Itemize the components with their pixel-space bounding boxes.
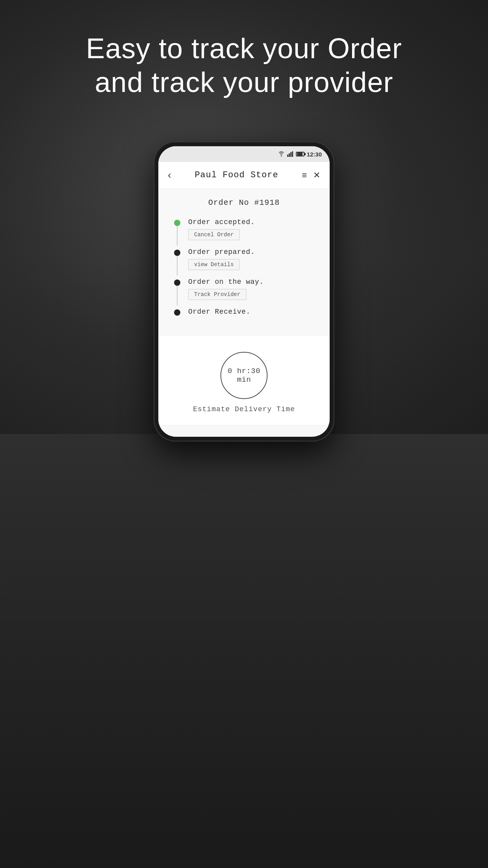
content-accepted: Order accepted. Cancel Order bbox=[188, 218, 319, 248]
timeline-item-on-way: Order on the way. Track Provider bbox=[173, 278, 319, 308]
svg-point-0 bbox=[281, 156, 281, 156]
menu-button[interactable]: ≡ bbox=[302, 170, 307, 180]
dot-col-receive bbox=[173, 308, 181, 316]
label-prepared: Order prepared. bbox=[188, 248, 319, 256]
track-provider-button[interactable]: Track Provider bbox=[188, 289, 246, 300]
label-accepted: Order accepted. bbox=[188, 218, 319, 226]
timeline-item-receive: Order Receive. bbox=[173, 308, 319, 327]
line-2 bbox=[177, 256, 178, 276]
dot-col-accepted bbox=[173, 218, 181, 246]
line-3 bbox=[177, 286, 178, 305]
phone-outer-shell: 12:30 ‹ Paul Food Store ≡ ✕ Order No #19… bbox=[154, 142, 334, 441]
close-button[interactable]: ✕ bbox=[313, 170, 320, 180]
back-button[interactable]: ‹ bbox=[168, 169, 171, 181]
dot-col-prepared bbox=[173, 248, 181, 276]
cancel-order-button[interactable]: Cancel Order bbox=[188, 229, 240, 240]
dot-receive bbox=[174, 309, 180, 316]
phone-inner-screen: 12:30 ‹ Paul Food Store ≡ ✕ Order No #19… bbox=[158, 146, 330, 437]
line-1 bbox=[177, 226, 178, 246]
delivery-label: Estimate Delivery Time bbox=[193, 405, 295, 413]
phone-bottom-bar bbox=[158, 425, 330, 437]
phone-mockup: 12:30 ‹ Paul Food Store ≡ ✕ Order No #19… bbox=[154, 142, 334, 441]
store-title: Paul Food Store bbox=[194, 170, 278, 180]
label-on-way: Order on the way. bbox=[188, 278, 319, 286]
timeline-item-accepted: Order accepted. Cancel Order bbox=[173, 218, 319, 248]
status-time: 12:30 bbox=[307, 151, 322, 158]
svg-rect-3 bbox=[290, 152, 292, 157]
battery-icon bbox=[296, 152, 305, 156]
status-bar: 12:30 bbox=[158, 146, 330, 162]
dot-on-way bbox=[174, 280, 180, 286]
wifi-icon bbox=[278, 151, 285, 157]
timeline-item-prepared: Order prepared. view Details bbox=[173, 248, 319, 278]
svg-rect-4 bbox=[292, 151, 293, 157]
promo-header: Easy to track your Order and track your … bbox=[0, 31, 488, 99]
order-content: Order No #1918 Order accepted. Cancel Or… bbox=[158, 189, 330, 336]
order-timeline: Order accepted. Cancel Order Order prepa… bbox=[169, 218, 319, 327]
delivery-section: 0 hr:30 min Estimate Delivery Time bbox=[158, 336, 330, 425]
dot-prepared bbox=[174, 250, 180, 256]
svg-rect-2 bbox=[289, 153, 290, 157]
view-details-button[interactable]: view Details bbox=[188, 259, 240, 270]
header-line2: and track your provider bbox=[0, 65, 488, 99]
dot-accepted bbox=[174, 220, 180, 226]
app-header: ‹ Paul Food Store ≡ ✕ bbox=[158, 162, 330, 189]
header-action-icons: ≡ ✕ bbox=[302, 170, 320, 180]
status-icons: 12:30 bbox=[278, 151, 322, 158]
label-receive: Order Receive. bbox=[188, 308, 319, 316]
content-receive: Order Receive. bbox=[188, 308, 319, 327]
header-line1: Easy to track your Order bbox=[0, 31, 488, 65]
content-prepared: Order prepared. view Details bbox=[188, 248, 319, 278]
signal-icon bbox=[287, 151, 294, 157]
order-number: Order No #1918 bbox=[169, 198, 319, 207]
svg-rect-1 bbox=[287, 154, 288, 157]
delivery-time-circle: 0 hr:30 min bbox=[220, 352, 268, 399]
dot-col-on-way bbox=[173, 278, 181, 305]
delivery-time-value: 0 hr:30 min bbox=[221, 367, 267, 384]
content-on-way: Order on the way. Track Provider bbox=[188, 278, 319, 308]
